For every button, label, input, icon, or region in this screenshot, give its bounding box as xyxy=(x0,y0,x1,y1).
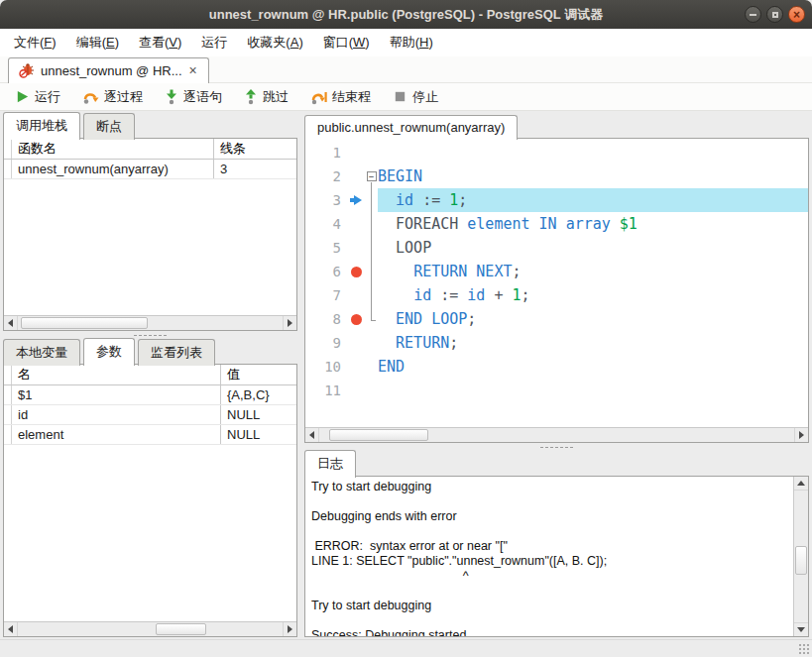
menu-view[interactable]: 查看(V) xyxy=(129,30,191,55)
marker-margin[interactable] xyxy=(347,212,365,236)
maximize-button[interactable] xyxy=(766,6,783,23)
scroll-track[interactable] xyxy=(18,622,283,636)
tab-watch-list[interactable]: 监看列表 xyxy=(138,339,215,366)
marker-margin[interactable] xyxy=(347,331,365,355)
tab-source-code[interactable]: public.unnest_rownum(anyarray) xyxy=(304,115,518,140)
menu-favorites[interactable]: 收藏夹(A) xyxy=(237,30,312,55)
scroll-thumb[interactable] xyxy=(329,429,429,441)
parameter-row[interactable]: element NULL xyxy=(4,425,296,445)
scroll-track[interactable] xyxy=(319,428,794,442)
scroll-thumb[interactable] xyxy=(795,546,807,575)
log-content[interactable]: Try to start debugging Debugging ends wi… xyxy=(305,477,793,636)
line-number: 1 xyxy=(305,141,347,164)
step-into-label: 逐语句 xyxy=(183,88,222,106)
breakpoint-icon[interactable] xyxy=(347,307,365,331)
menu-run[interactable]: 运行 xyxy=(191,30,237,55)
scroll-left-button[interactable] xyxy=(4,622,18,636)
callstack-row[interactable]: unnest_rownum(anyarray) 3 xyxy=(4,160,296,179)
code-line[interactable]: 10END xyxy=(305,355,808,379)
maximize-icon xyxy=(772,12,778,18)
parameters-hscrollbar[interactable] xyxy=(4,621,296,636)
resize-grip-icon[interactable] xyxy=(797,642,810,655)
code-line[interactable]: 6 RETURN NEXT; xyxy=(305,260,808,283)
document-tab[interactable]: unnest_rownum @ HR... × xyxy=(8,57,209,83)
menu-help[interactable]: 帮助(H) xyxy=(380,30,443,55)
marker-margin[interactable] xyxy=(347,283,365,307)
breakpoint-icon[interactable] xyxy=(347,260,365,283)
editor-tab-strip: public.unnest_rownum(anyarray) xyxy=(304,113,521,139)
marker-margin[interactable] xyxy=(347,236,365,260)
column-header-function[interactable]: 函数名 xyxy=(12,139,214,159)
line-number: 11 xyxy=(305,379,347,402)
fold-collapse-icon[interactable] xyxy=(365,164,378,188)
document-tab-bar: unnest_rownum @ HR... × xyxy=(0,56,812,83)
scroll-left-button[interactable] xyxy=(4,316,18,330)
scroll-right-button[interactable] xyxy=(283,316,296,330)
stop-button[interactable]: 停止 xyxy=(384,85,447,109)
scroll-thumb[interactable] xyxy=(156,623,206,635)
menu-window[interactable]: 窗口(W) xyxy=(313,30,380,55)
log-line xyxy=(311,524,787,539)
code-line[interactable]: 3 id := 1; xyxy=(305,188,808,212)
scroll-track[interactable] xyxy=(18,316,283,330)
editor-log-splitter[interactable] xyxy=(304,443,809,451)
parameter-name-cell: element xyxy=(12,425,221,444)
tab-breakpoints[interactable]: 断点 xyxy=(83,113,135,140)
current-line-arrow-icon[interactable] xyxy=(347,188,365,212)
skip-button[interactable]: 跳过 xyxy=(235,85,297,109)
tab-local-variables[interactable]: 本地变量 xyxy=(3,339,80,366)
scroll-down-button[interactable] xyxy=(794,622,808,636)
code-line[interactable]: 8 END LOOP; xyxy=(305,307,808,331)
code-line[interactable]: 11 xyxy=(305,379,808,402)
code-text: BEGIN xyxy=(378,164,808,188)
code-text: END xyxy=(378,355,808,379)
tab-log[interactable]: 日志 xyxy=(304,450,356,478)
step-into-button[interactable]: 逐语句 xyxy=(156,85,231,109)
scroll-track[interactable] xyxy=(794,491,808,622)
code-line[interactable]: 2BEGIN xyxy=(305,164,808,188)
code-lines[interactable]: 12BEGIN3 id := 1;4 FOREACH element IN ar… xyxy=(305,139,808,427)
editor-hscrollbar[interactable] xyxy=(305,427,808,442)
code-line[interactable]: 5 LOOP xyxy=(305,236,808,260)
callstack-hscrollbar[interactable] xyxy=(4,315,296,330)
column-header-line[interactable]: 线条 xyxy=(214,140,296,158)
callstack-table: 函数名 线条 unnest_rownum(anyarray) 3 xyxy=(4,139,296,179)
marker-margin[interactable] xyxy=(347,141,365,164)
column-header-name[interactable]: 名 xyxy=(12,365,221,384)
step-into-icon xyxy=(165,89,178,105)
code-line[interactable]: 9 RETURN; xyxy=(305,331,808,355)
menu-edit[interactable]: 编辑(E) xyxy=(66,30,129,55)
column-header-value[interactable]: 值 xyxy=(221,366,296,383)
arrow-right-icon xyxy=(288,625,292,633)
log-vscrollbar[interactable] xyxy=(793,477,808,636)
row-gutter xyxy=(4,385,12,404)
tab-call-stack[interactable]: 调用堆栈 xyxy=(3,112,80,140)
scroll-right-button[interactable] xyxy=(794,428,808,442)
code-line[interactable]: 4 FOREACH element IN array $1 xyxy=(305,212,808,236)
title-bar[interactable]: unnest_rownum @ HR.public (PostgreSQL) -… xyxy=(0,0,812,29)
parameter-row[interactable]: $1 {A,B,C} xyxy=(4,385,296,405)
close-button[interactable]: × xyxy=(788,6,805,23)
stop-icon xyxy=(393,89,407,104)
finish-button[interactable]: 结束程 xyxy=(301,85,380,109)
left-panel-splitter[interactable] xyxy=(3,331,297,339)
scroll-up-button[interactable] xyxy=(794,477,808,491)
parameter-row[interactable]: id NULL xyxy=(4,405,296,425)
arrow-right-icon xyxy=(288,319,292,327)
marker-margin[interactable] xyxy=(347,164,365,188)
minimize-button[interactable] xyxy=(745,6,761,23)
scroll-left-button[interactable] xyxy=(305,428,319,442)
parameter-value-cell: NULL xyxy=(221,427,296,442)
code-text: RETURN; xyxy=(378,331,808,355)
tab-parameters[interactable]: 参数 xyxy=(83,338,135,366)
scroll-thumb[interactable] xyxy=(21,317,148,329)
scroll-right-button[interactable] xyxy=(283,622,296,636)
code-line[interactable]: 7 id := id + 1; xyxy=(305,283,808,307)
marker-margin[interactable] xyxy=(347,379,365,402)
tab-close-icon[interactable]: × xyxy=(188,63,198,77)
step-over-button[interactable]: 逐过程 xyxy=(73,85,152,109)
menu-file[interactable]: 文件(F) xyxy=(4,30,66,55)
run-button[interactable]: 运行 xyxy=(6,85,69,109)
marker-margin[interactable] xyxy=(347,355,365,379)
code-line[interactable]: 1 xyxy=(305,141,808,164)
